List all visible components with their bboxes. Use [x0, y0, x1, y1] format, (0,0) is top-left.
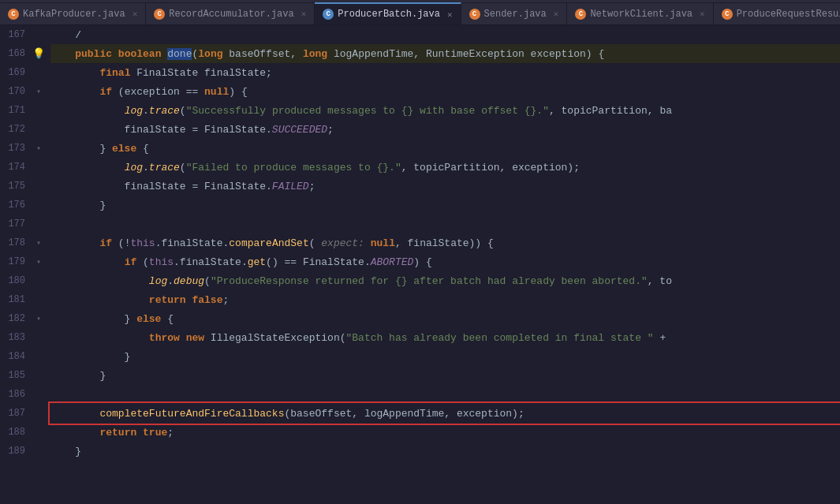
- code-kw-boolean: boolean: [118, 48, 162, 60]
- tab-close-networkclient[interactable]: ✕: [700, 9, 705, 19]
- line-num-186: 186: [0, 389, 30, 400]
- fold-icon-173[interactable]: ▾: [30, 144, 47, 153]
- code-kw-long2: long: [303, 48, 327, 60]
- fold-icon-182[interactable]: ▾: [30, 314, 47, 323]
- fold-icon-178[interactable]: ▾: [30, 238, 47, 248]
- code-kw-false181: false: [192, 294, 222, 306]
- code-kw-null178: null: [371, 237, 395, 249]
- fold-icon-170[interactable]: ▾: [30, 87, 47, 96]
- tab-icon-kafkaproducer: C: [8, 9, 19, 20]
- code-text-179b: (: [136, 256, 149, 268]
- code-text-183c: IllegalStateException(: [204, 332, 345, 344]
- code-line-179: if (this.finalState.get() == FinalState.…: [50, 252, 840, 271]
- gutter-row-173: 173 ▾: [0, 139, 47, 158]
- code-line-186: [50, 385, 840, 404]
- code-method-done: done: [167, 48, 192, 60]
- code-kw-final169: final: [99, 67, 130, 79]
- code-str180: "ProduceResponse returned for {} after b…: [211, 275, 648, 287]
- gutter-row-175: 175: [0, 177, 47, 196]
- line-num-178: 178: [0, 237, 30, 248]
- code-text-182a: }: [50, 313, 136, 325]
- code-text-168d: (: [192, 48, 198, 60]
- line-num-183: 183: [0, 332, 30, 343]
- tab-close-recordaccumulator[interactable]: ✕: [301, 9, 307, 19]
- line-num-189: 189: [0, 446, 30, 457]
- code-text-171b: .: [143, 105, 149, 117]
- line-gutter: 167 168 💡 169 170 ▾ 171 172 173: [0, 25, 47, 504]
- code-line-175: finalState = FinalState.FAILED;: [50, 177, 840, 196]
- tab-producerequestresult[interactable]: C ProduceRequestResult. ✕: [714, 2, 840, 24]
- code-line-172: finalState = FinalState.SUCCEEDED;: [50, 120, 840, 139]
- tab-close-producerbatch[interactable]: ✕: [447, 9, 453, 20]
- code-text-189: }: [50, 446, 81, 457]
- tab-networkclient[interactable]: C NetworkClient.java ✕: [567, 2, 713, 24]
- code-text-174a: [50, 162, 125, 174]
- line-num-176: 176: [0, 200, 30, 211]
- code-text-180b: .: [167, 275, 174, 287]
- line-num-169: 169: [0, 67, 30, 78]
- line-num-175: 175: [0, 181, 30, 192]
- tab-recordaccumulator[interactable]: C RecordAccumulator.java ✕: [146, 2, 315, 24]
- gutter-row-183: 183: [0, 328, 47, 347]
- code-line-180: log.debug("ProduceResponse returned for …: [50, 271, 840, 290]
- code-text-170a: [50, 86, 99, 98]
- code-line-184: }: [50, 347, 840, 366]
- code-area[interactable]: / public boolean done(long baseOffset, l…: [47, 25, 840, 504]
- code-text-188a: [50, 427, 99, 439]
- code-text-179e: ) {: [413, 256, 431, 268]
- tab-close-kafkaproducer[interactable]: ✕: [133, 9, 138, 19]
- code-text-182b: {: [161, 313, 174, 325]
- tab-kafkaproducer[interactable]: C KafkaProducer.java ✕: [0, 2, 146, 24]
- code-kw-else182: else: [136, 313, 161, 325]
- tab-icon-producerbatch: C: [323, 9, 334, 20]
- code-text-174d: , topicPartition, exception);: [401, 162, 580, 174]
- code-kw-true188: true: [143, 427, 167, 439]
- code-text-178f: , finalState)) {: [395, 237, 494, 249]
- code-enum-failed: FAILED: [272, 181, 309, 192]
- tab-producerbatch[interactable]: C ProducerBatch.java ✕: [315, 2, 461, 24]
- code-log174: log: [125, 162, 143, 174]
- code-text-173a: }: [50, 143, 112, 155]
- code-line-185: }: [50, 366, 840, 385]
- code-line-189: }: [50, 442, 840, 461]
- gutter-row-168: 168 💡: [0, 44, 47, 63]
- code-text-174b: .: [143, 162, 149, 174]
- line-num-168: 168: [0, 48, 30, 59]
- code-text-167: /: [50, 29, 81, 41]
- gutter-row-169: 169: [0, 63, 47, 82]
- code-text-183a: [50, 332, 149, 344]
- line-num-170: 170: [0, 86, 30, 97]
- code-str174: "Failed to produce messages to {}.": [186, 162, 401, 174]
- gutter-row-178: 178 ▾: [0, 233, 47, 252]
- bulb-icon-168[interactable]: 💡: [30, 47, 47, 60]
- fold-icon-179[interactable]: ▾: [30, 257, 47, 267]
- tab-label-recordaccumulator: RecordAccumulator.java: [169, 9, 293, 20]
- code-text-174c: (: [180, 162, 186, 174]
- code-text-181b: [186, 294, 192, 306]
- gutter-row-189: 189: [0, 442, 47, 461]
- code-text-168b: [112, 48, 118, 60]
- code-line-188: return true;: [50, 423, 840, 442]
- code-text-173b: {: [136, 143, 149, 155]
- tab-sender[interactable]: C Sender.java ✕: [461, 2, 568, 24]
- gutter-row-170: 170 ▾: [0, 82, 47, 101]
- gutter-row-180: 180: [0, 271, 47, 290]
- code-param-expect: expect:: [321, 237, 364, 249]
- code-text-178a: [50, 237, 99, 249]
- tab-label-sender: Sender.java: [484, 9, 547, 20]
- gutter-row-182: 182 ▾: [0, 309, 47, 328]
- gutter-row-188: 188: [0, 423, 47, 442]
- line-num-173: 173: [0, 143, 30, 154]
- code-text-171d: , topicPartition, ba: [549, 105, 672, 117]
- code-kw-if170: if: [99, 86, 112, 98]
- code-text-180a: [50, 275, 149, 287]
- code-kw-else173: else: [112, 143, 136, 155]
- code-kw-return181: return: [149, 294, 186, 306]
- tab-icon-networkclient: C: [575, 9, 586, 20]
- code-kw-new183: new: [186, 332, 204, 344]
- code-kw-long1: long: [198, 48, 222, 60]
- tab-close-sender[interactable]: ✕: [554, 9, 559, 19]
- code-line-182: } else {: [50, 309, 840, 328]
- code-text-170c: ) {: [229, 86, 247, 98]
- code-line-178: if (!this.finalState.compareAndSet( expe…: [50, 233, 840, 252]
